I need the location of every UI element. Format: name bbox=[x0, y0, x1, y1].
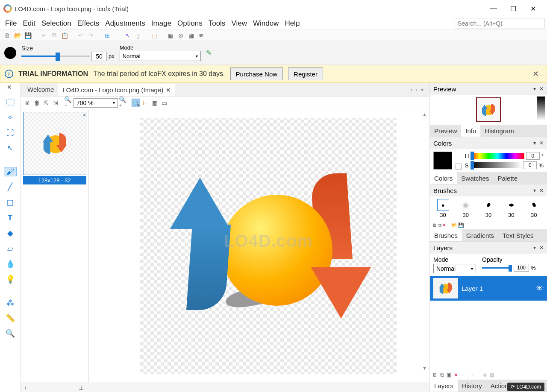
layers-collapse-icon[interactable]: ▾ bbox=[533, 245, 536, 251]
preview-tab-histogram[interactable]: Histogram bbox=[480, 125, 518, 137]
colors-tab-palette[interactable]: Palette bbox=[493, 172, 522, 184]
brush-preset-5[interactable]: ⬮30 bbox=[528, 199, 540, 218]
open-icon[interactable]: 📂 bbox=[14, 32, 21, 39]
grid1-icon[interactable]: ▦ bbox=[167, 32, 174, 39]
brush-preset-2[interactable]: ●30 bbox=[460, 199, 472, 218]
preview-collapse-icon[interactable]: ▾ bbox=[533, 86, 536, 92]
hue-slider[interactable] bbox=[471, 153, 524, 159]
brushes-close-icon[interactable]: ✕ bbox=[539, 187, 544, 193]
layer-group-icon[interactable]: ▣ bbox=[447, 372, 451, 378]
redo-icon[interactable]: ↷ bbox=[87, 32, 95, 39]
line-tool[interactable]: ╱ bbox=[4, 182, 17, 192]
delete-page-icon[interactable]: 🗑 bbox=[32, 99, 41, 107]
tab-welcome[interactable]: Welcome bbox=[23, 83, 58, 96]
menu-view[interactable]: View bbox=[229, 18, 250, 29]
canvas[interactable]: LO4D.com bbox=[140, 118, 397, 374]
brush-dup-icon[interactable]: ⧉ bbox=[438, 222, 441, 228]
layers-icon[interactable]: ≋ bbox=[197, 32, 205, 39]
size-slider[interactable] bbox=[21, 56, 90, 57]
new-page-icon[interactable]: 🗎 bbox=[23, 99, 32, 107]
brushes-tab-brushes[interactable]: Brushes bbox=[430, 229, 462, 241]
layer-merge-icon[interactable]: ⇊ bbox=[483, 372, 487, 378]
menu-tools[interactable]: Tools bbox=[206, 18, 228, 29]
layer-item[interactable]: Layer 1 👁 bbox=[430, 276, 547, 301]
layers-tab-layers[interactable]: Layers bbox=[430, 380, 458, 392]
menu-options[interactable]: Options bbox=[175, 18, 205, 29]
select-rect-tool[interactable] bbox=[4, 97, 17, 107]
canvas-icon[interactable]: ▭ bbox=[160, 99, 168, 107]
layer-del-icon[interactable]: ✕ bbox=[454, 372, 458, 378]
canvas-scroll-up-icon[interactable]: ▲ bbox=[422, 112, 427, 117]
grid2-icon[interactable]: ⊘ bbox=[177, 32, 185, 39]
colors-tab-colors[interactable]: Colors bbox=[430, 172, 457, 184]
tab-document[interactable]: LO4D.com - Logo Icon.png (Image) ✕ bbox=[58, 83, 175, 96]
brush-preset-4[interactable]: ⬬30 bbox=[505, 199, 517, 218]
magnify-icon[interactable]: 🔍 bbox=[132, 99, 140, 107]
copy-icon[interactable]: ⧉ bbox=[50, 32, 58, 39]
light-tool[interactable]: 💡 bbox=[4, 275, 17, 284]
status-plus[interactable]: + bbox=[24, 384, 27, 391]
img-icon[interactable]: ⬚ bbox=[150, 32, 158, 39]
rect-tool[interactable]: ▢ bbox=[4, 198, 17, 207]
brushes-tab-textstyles[interactable]: Text Styles bbox=[498, 229, 538, 241]
opacity-input[interactable] bbox=[514, 264, 529, 272]
brush-preset-3[interactable]: ⬮30 bbox=[482, 199, 494, 218]
purchase-button[interactable]: Purchase Now bbox=[230, 67, 283, 80]
import-icon[interactable]: ⇱ bbox=[42, 99, 50, 107]
thumbcol-scroll-up-icon[interactable]: ▲ bbox=[82, 112, 87, 117]
colors-close-icon[interactable]: ✕ bbox=[539, 140, 544, 146]
hue-input[interactable] bbox=[526, 152, 540, 160]
menu-image[interactable]: Image bbox=[149, 18, 174, 29]
layer-dup-icon[interactable]: ⧉ bbox=[440, 372, 444, 378]
rulers-icon[interactable]: ⊢ bbox=[141, 99, 150, 107]
tab-next-icon[interactable]: › bbox=[416, 87, 418, 93]
menu-window[interactable]: Window bbox=[250, 18, 281, 29]
preview-tab-preview[interactable]: Preview bbox=[430, 125, 461, 137]
apple-icon[interactable] bbox=[114, 32, 121, 39]
foreground-color[interactable] bbox=[433, 152, 452, 170]
menu-adjustments[interactable]: Adjustments bbox=[103, 18, 148, 29]
minimize-button[interactable]: — bbox=[490, 5, 497, 12]
cut-icon[interactable]: ✂ bbox=[40, 32, 48, 39]
size-input[interactable] bbox=[91, 52, 107, 61]
device-icon[interactable]: ▯ bbox=[134, 32, 142, 39]
brush-folder-icon[interactable]: 📂 bbox=[451, 222, 457, 228]
zoom-combo[interactable]: 700 %▾ bbox=[74, 98, 118, 108]
colors-collapse-icon[interactable]: ▾ bbox=[533, 140, 536, 146]
tab-close-icon[interactable]: ✕ bbox=[166, 87, 171, 94]
layer-new-icon[interactable]: 🗎 bbox=[432, 372, 438, 378]
opacity-slider[interactable] bbox=[482, 267, 512, 269]
grid3-icon[interactable]: ▦ bbox=[187, 32, 195, 39]
layer-visibility-icon[interactable]: 👁 bbox=[536, 284, 544, 293]
preview-tab-info[interactable]: Info bbox=[461, 125, 480, 137]
brush-color-preview[interactable] bbox=[4, 47, 16, 59]
new-icon[interactable]: 🗎 bbox=[3, 32, 11, 39]
blur-tool[interactable]: 💧 bbox=[4, 259, 17, 269]
windows-icon[interactable]: ⊞ bbox=[103, 32, 111, 39]
tab-menu-icon[interactable]: ▾ bbox=[421, 87, 423, 93]
maximize-button[interactable]: ☐ bbox=[509, 5, 517, 12]
crop-tool[interactable]: ⛶ bbox=[4, 128, 17, 137]
mode-select[interactable]: Normal▾ bbox=[120, 51, 201, 61]
layer-up-icon[interactable]: ↑ bbox=[472, 372, 474, 378]
sat-slider[interactable] bbox=[471, 162, 522, 168]
move-tool[interactable]: ↖ bbox=[4, 143, 17, 153]
register-button[interactable]: Register bbox=[288, 67, 323, 80]
fill-tool[interactable]: ◆ bbox=[4, 228, 17, 238]
layer-flatten-icon[interactable]: ▤ bbox=[490, 372, 494, 378]
brush-tool[interactable]: 🖌 bbox=[4, 167, 17, 176]
brush-new-icon[interactable]: 🗎 bbox=[432, 222, 437, 228]
undo-icon[interactable]: ↶ bbox=[77, 32, 85, 39]
toolbox-close-icon[interactable]: ✕ bbox=[7, 84, 12, 91]
text-tool[interactable]: T bbox=[4, 213, 17, 222]
close-button[interactable]: ✕ bbox=[529, 5, 537, 12]
background-color[interactable] bbox=[456, 164, 462, 170]
paste-icon[interactable]: 📋 bbox=[61, 32, 68, 39]
brush-save-icon[interactable]: 💾 bbox=[458, 222, 464, 228]
brush-preset-1[interactable]: ●30 bbox=[437, 199, 449, 218]
layers-tab-history[interactable]: History bbox=[458, 380, 486, 392]
menu-selection[interactable]: Selection bbox=[39, 18, 74, 29]
sat-input[interactable] bbox=[523, 161, 537, 169]
brush-del-icon[interactable]: ✕ bbox=[442, 222, 446, 228]
colors-tab-swatches[interactable]: Swatches bbox=[457, 172, 493, 184]
